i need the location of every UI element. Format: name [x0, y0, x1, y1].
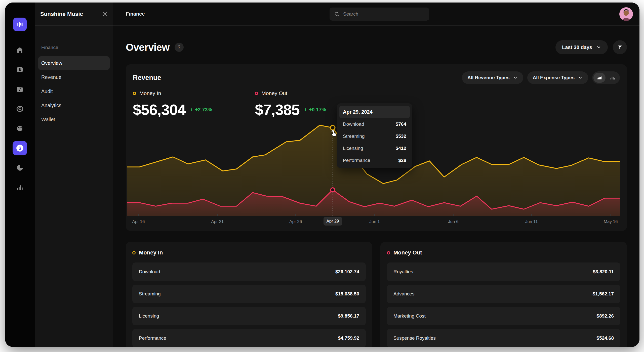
help-button[interactable]: ? — [175, 43, 184, 52]
money-in-dot-icon — [133, 92, 136, 95]
money-out-rows: Royalties$3,820.11 Advances$1,562.17 Mar… — [387, 262, 620, 347]
gear-icon — [102, 11, 108, 17]
money-out-stat: Money Out $7,385 +0.17% — [255, 90, 326, 119]
axis-label-selected[interactable]: Apr 29 — [323, 217, 342, 226]
home-icon — [16, 46, 24, 54]
revenue-card: Revenue All Revenue Types All Expense Ty… — [126, 64, 627, 231]
money-out-dot-icon — [255, 92, 258, 95]
main-content: Overview ? Last 30 days Revenue All Reve… — [113, 26, 639, 347]
money-out-value-row: $7,385 +0.17% — [255, 100, 326, 119]
page-header: Overview ? Last 30 days — [126, 40, 627, 54]
catalog-cube-icon — [16, 125, 24, 132]
date-range-dropdown[interactable]: Last 30 days — [555, 40, 608, 54]
tooltip-row: Performance $28 — [339, 154, 410, 166]
rail-item-home[interactable] — [13, 43, 27, 57]
money-in-value-row: $56,304 +2.73% — [133, 100, 212, 119]
rail-item-finance[interactable]: $ — [13, 141, 27, 155]
icon-rail: $ — [5, 3, 35, 347]
expense-types-dropdown[interactable]: All Expense Types — [527, 71, 588, 84]
revenue-card-title: Revenue — [133, 74, 458, 82]
sidebar-section-label: Finance — [38, 45, 110, 50]
revenue-card-header: Revenue All Revenue Types All Expense Ty… — [133, 71, 620, 84]
pie-chart-icon — [16, 164, 24, 171]
equalizer-icon — [16, 21, 24, 28]
sidebar-item-overview[interactable]: Overview — [38, 56, 110, 70]
music-folder-icon — [16, 85, 24, 93]
rail-item-music-library[interactable] — [13, 82, 27, 97]
rail-item-catalog[interactable] — [13, 121, 27, 136]
revenue-types-dropdown[interactable]: All Revenue Types — [462, 71, 523, 84]
finance-dollar-icon: $ — [16, 144, 24, 152]
money-in-card: Money In Download$26,102.74 Streaming$15… — [126, 242, 372, 347]
x-axis-labels: Apr 16Apr 21Apr 26Apr 29Jun 1Jun 6Jun 11… — [127, 216, 620, 227]
chart-type-toggle — [592, 71, 620, 84]
table-row: Royalties$3,820.11 — [387, 262, 620, 281]
app-window: $ Sunshine Music Finance Overview Revenu… — [5, 3, 639, 347]
topbar-title: Finance — [126, 11, 330, 17]
money-out-dot-icon — [387, 251, 390, 254]
line-chart-view-button[interactable] — [593, 73, 606, 83]
filter-funnel-icon — [617, 45, 623, 50]
rail-item-copyright[interactable] — [13, 102, 27, 116]
bar-chart-view-button[interactable] — [607, 73, 619, 83]
search-bar[interactable] — [330, 8, 429, 21]
money-out-change: +0.17% — [304, 107, 326, 113]
sidebar-item-audit[interactable]: Audit — [38, 84, 110, 98]
workspace-name: Sunshine Music — [40, 11, 83, 17]
arrow-up-icon — [304, 108, 308, 112]
search-input[interactable] — [343, 11, 425, 17]
tooltip-row: Licensing $412 — [339, 142, 410, 154]
table-row: Download$26,102.74 — [132, 262, 366, 281]
money-in-card-title: Money In — [132, 249, 366, 256]
tooltip-row: Streaming $532 — [339, 130, 410, 142]
money-in-legend: Money In — [133, 90, 212, 97]
page-title: Overview — [126, 42, 170, 53]
bar-chart-icon — [16, 184, 24, 191]
area-chart-icon — [597, 75, 602, 80]
money-in-dot-icon — [132, 251, 136, 254]
filter-button[interactable] — [613, 40, 627, 54]
rail-item-artists[interactable] — [13, 62, 27, 77]
rail-item-reports[interactable] — [13, 160, 27, 175]
sidebar-header: Sunshine Music — [35, 3, 113, 26]
table-row: Performance$4,759.92 — [132, 329, 366, 347]
money-in-rows: Download$26,102.74 Streaming$15,638.50 L… — [132, 262, 366, 347]
tooltip-date: Apr 29, 2024 — [339, 106, 410, 118]
rail-item-analytics[interactable] — [13, 180, 27, 195]
topbar: Finance — [113, 3, 639, 26]
topbar-right — [429, 7, 633, 21]
table-row: Advances$1,562.17 — [387, 285, 620, 303]
chevron-down-icon — [596, 45, 601, 50]
svg-text:$: $ — [19, 146, 21, 151]
money-out-card: Money Out Royalties$3,820.11 Advances$1,… — [380, 242, 627, 347]
sidebar: Finance Overview Revenue Audit Analytics… — [35, 26, 113, 347]
breakdown-section: Money In Download$26,102.74 Streaming$15… — [126, 242, 627, 347]
chart-tooltip: Apr 29, 2024 Download $764 Streaming $53… — [337, 103, 412, 168]
table-row: Licensing$9,856.17 — [132, 307, 366, 325]
arrow-up-icon — [190, 108, 194, 112]
axis-label: Apr 26 — [289, 219, 302, 224]
avatar[interactable] — [619, 7, 633, 21]
money-out-value: $7,385 — [255, 101, 300, 118]
money-out-card-title: Money Out — [387, 249, 620, 256]
table-row: Streaming$15,638.50 — [132, 285, 366, 303]
copyright-icon — [16, 105, 24, 113]
axis-label: Jun 11 — [525, 219, 538, 224]
chevron-down-icon — [578, 75, 583, 80]
sidebar-item-revenue[interactable]: Revenue — [38, 70, 110, 84]
money-out-legend: Money Out — [255, 90, 326, 97]
axis-label: Apr 21 — [211, 219, 224, 224]
sidebar-item-wallet[interactable]: Wallet — [38, 113, 110, 126]
sidebar-item-analytics[interactable]: Analytics — [38, 99, 110, 112]
columns-chart-icon — [610, 75, 615, 80]
artist-card-icon — [16, 66, 24, 73]
tooltip-row: Download $764 — [339, 118, 410, 130]
workspace-settings-button[interactable] — [102, 11, 108, 17]
money-in-stat: Money In $56,304 +2.73% — [133, 90, 212, 119]
money-in-value: $56,304 — [133, 101, 186, 118]
axis-label: Jun 1 — [369, 219, 380, 224]
app-logo[interactable] — [13, 18, 27, 31]
chevron-down-icon — [513, 75, 518, 80]
axis-label: May 16 — [604, 219, 618, 224]
money-in-change: +2.73% — [190, 107, 212, 113]
